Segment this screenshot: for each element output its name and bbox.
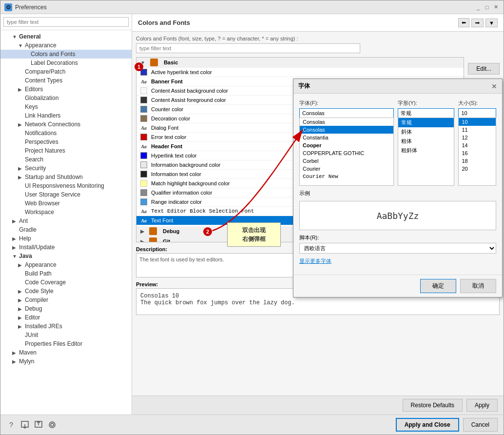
color-swatch	[140, 87, 147, 94]
back-button[interactable]: ⬅	[458, 18, 469, 27]
size-item-20[interactable]: 20	[459, 165, 496, 173]
font-icon: Aa	[140, 143, 147, 150]
import-prefs-icon[interactable]	[34, 420, 43, 430]
sidebar-item-build-path[interactable]: Build Path	[0, 269, 132, 278]
colors-group-basic[interactable]: ▼ Basic	[136, 58, 464, 68]
forward-button[interactable]: ⮕	[471, 19, 484, 27]
sidebar-item-label: Content Types	[25, 77, 62, 84]
style-item-bold-italic[interactable]: 粗斜体	[398, 146, 454, 155]
sidebar-item-code-coverage[interactable]: Code Coverage	[0, 278, 132, 287]
style-list[interactable]: 常规 斜体 粗体 粗斜体	[398, 118, 454, 186]
sidebar-item-search[interactable]: Search	[0, 155, 132, 164]
sidebar-item-label: Editors	[25, 86, 43, 93]
font-list[interactable]: Consolas Consolas Constantia Cooper COPP…	[299, 118, 394, 186]
sidebar-item-perspectives[interactable]: Perspectives	[0, 138, 132, 146]
close-button[interactable]: ✕	[492, 3, 500, 11]
style-input[interactable]	[398, 108, 454, 118]
arrow-icon: ▶	[12, 236, 17, 241]
font-list-item-courier-new[interactable]: Courier New	[300, 173, 393, 180]
sidebar-item-notifications[interactable]: Notifications	[0, 129, 132, 138]
sidebar-item-label-decorations[interactable]: Label Decorations	[0, 59, 132, 67]
sidebar-item-label: Globalization	[25, 95, 58, 101]
sidebar-item-java-appearance[interactable]: ▶ Appearance	[0, 260, 132, 269]
style-item-regular[interactable]: 常规	[398, 118, 454, 127]
font-input[interactable]	[299, 108, 394, 118]
font-list-item-courier[interactable]: Courier	[300, 165, 393, 173]
apply-close-button[interactable]: Apply and Close	[396, 418, 459, 432]
sidebar-item-compiler[interactable]: ▶ Compiler	[0, 296, 132, 304]
size-item-14[interactable]: 14	[459, 141, 496, 149]
window-icon: ⚙	[4, 3, 12, 11]
sidebar-item-label: Build Path	[25, 270, 52, 277]
sidebar-item-workspace[interactable]: Workspace	[0, 208, 132, 217]
apply-button[interactable]: Apply	[466, 399, 498, 412]
font-list-item-constantia[interactable]: Constantia	[300, 134, 393, 141]
sidebar-item-appearance[interactable]: ▼ Appearance	[0, 41, 132, 50]
sidebar-item-content-types[interactable]: Content Types	[0, 76, 132, 85]
dialog-ok-button[interactable]: 确定	[420, 279, 456, 293]
sidebar-item-code-style[interactable]: ▶ Code Style	[0, 287, 132, 296]
sidebar-item-web-browser[interactable]: Web Browser	[0, 199, 132, 208]
sidebar-item-debug[interactable]: ▶ Debug	[0, 304, 132, 313]
sidebar-item-gradle[interactable]: Gradle	[0, 225, 132, 234]
size-item-11[interactable]: 11	[459, 126, 496, 134]
maximize-button[interactable]: □	[483, 3, 491, 11]
sidebar-item-user-storage[interactable]: User Storage Service	[0, 190, 132, 199]
sidebar-item-editor[interactable]: ▶ Editor	[0, 313, 132, 322]
sidebar-item-editors[interactable]: ▶ Editors	[0, 85, 132, 94]
sidebar-item-globalization[interactable]: Globalization	[0, 94, 132, 102]
sidebar-item-installed-jres[interactable]: ▶ Installed JREs	[0, 322, 132, 331]
sidebar-item-properties-files[interactable]: Properties Files Editor	[0, 339, 132, 348]
panel-header: Colors and Fonts ⬅ ⮕ ▼	[132, 14, 504, 32]
sidebar-item-keys[interactable]: Keys	[0, 102, 132, 111]
dropdown-button[interactable]: ▼	[485, 19, 498, 27]
font-list-item-consolas-selected[interactable]: Consolas	[300, 126, 393, 134]
edit-button[interactable]: Edit...	[468, 63, 500, 75]
settings-icon[interactable]	[47, 420, 57, 430]
sidebar-item-ant[interactable]: ▶ Ant	[0, 217, 132, 225]
more-fonts-link[interactable]: 显示更多字体	[299, 257, 496, 265]
size-item-16[interactable]: 16	[459, 149, 496, 157]
size-item-12[interactable]: 12	[459, 134, 496, 141]
help-icon[interactable]: ?	[6, 420, 16, 430]
cancel-button[interactable]: Cancel	[463, 418, 498, 432]
sidebar-item-junit[interactable]: JUnit	[0, 331, 132, 339]
size-col: 大小(S): 10 11 12 14 16 18 20	[458, 99, 496, 186]
sidebar-item-security[interactable]: ▶ Security	[0, 164, 132, 173]
sidebar-item-ui-responsiveness[interactable]: UI Responsiveness Monitoring	[0, 181, 132, 190]
colors-filter-input[interactable]	[136, 43, 360, 53]
sidebar-item-startup[interactable]: ▶ Startup and Shutdown	[0, 173, 132, 181]
sidebar-item-label: Workspace	[25, 209, 54, 216]
font-list-item-copperplate[interactable]: COPPERPLATE GOTHIC	[300, 149, 393, 157]
sidebar-item-install-update[interactable]: ▶ Install/Update	[0, 243, 132, 252]
sidebar-item-network[interactable]: ▶ Network Connections	[0, 120, 132, 129]
sidebar-item-general[interactable]: ▼ General	[0, 32, 132, 41]
style-item-bold[interactable]: 粗体	[398, 137, 454, 146]
dialog-close-button[interactable]: ✕	[491, 82, 497, 90]
font-list-item-corbel[interactable]: Corbel	[300, 157, 393, 165]
size-item-10[interactable]: 10	[459, 118, 496, 126]
sidebar-item-label: Help	[19, 235, 31, 242]
sidebar-item-java[interactable]: ▼ Java	[0, 252, 132, 260]
sidebar-item-maven[interactable]: ▶ Maven	[0, 348, 132, 357]
dialog-cancel-button[interactable]: 取消	[460, 279, 496, 293]
minimize-button[interactable]: _	[474, 3, 482, 11]
size-input[interactable]	[458, 108, 496, 118]
sidebar-item-project-natures[interactable]: Project Natures	[0, 146, 132, 155]
font-list-item-cooper[interactable]: Cooper	[300, 141, 393, 149]
sidebar-item-help[interactable]: ▶ Help	[0, 234, 132, 243]
export-prefs-icon[interactable]	[20, 420, 30, 430]
size-list[interactable]: 10 11 12 14 16 18 20	[458, 118, 496, 186]
sidebar-item-mylyn[interactable]: ▶ Mylyn	[0, 357, 132, 366]
script-select[interactable]: 西欧语言	[299, 243, 496, 254]
sidebar-item-compare[interactable]: Compare/Patch	[0, 67, 132, 76]
arrow-icon: ▶	[12, 350, 17, 356]
sidebar-item-colors-fonts[interactable]: Colors and Fonts	[0, 50, 132, 59]
ct-row-active-hyperlink[interactable]: Active hyperlink text color	[136, 68, 464, 77]
sidebar-item-link-handlers[interactable]: Link Handlers	[0, 111, 132, 120]
filter-input[interactable]	[3, 17, 129, 27]
style-item-italic[interactable]: 斜体	[398, 127, 454, 137]
restore-defaults-button[interactable]: Restore Defaults	[403, 399, 463, 412]
font-list-item-consolas[interactable]: Consolas	[300, 118, 393, 126]
size-item-18[interactable]: 18	[459, 157, 496, 165]
